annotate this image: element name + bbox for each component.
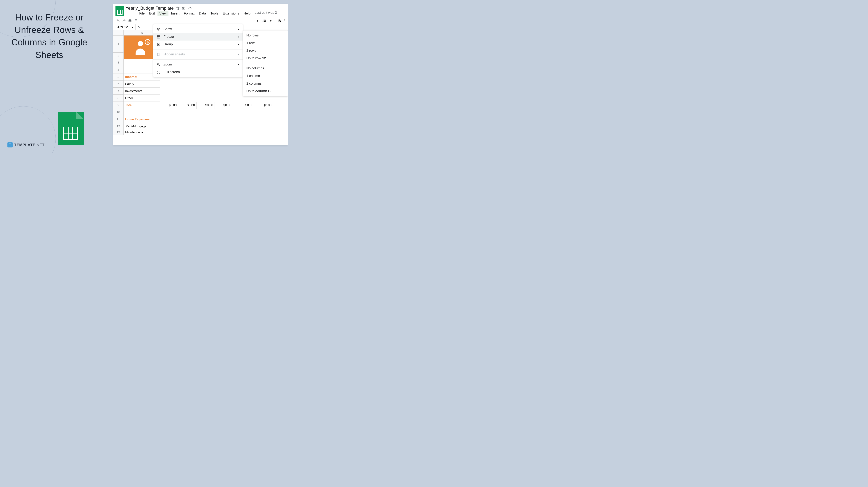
cell[interactable]: $0.00 <box>196 102 215 109</box>
row-header[interactable]: 5 <box>113 73 124 81</box>
menu-help[interactable]: Help <box>242 11 252 16</box>
paint-format-icon[interactable] <box>134 19 138 23</box>
row-header[interactable]: 11 <box>113 116 124 123</box>
cell[interactable]: $0.00 <box>160 102 178 109</box>
select-all-corner[interactable] <box>113 30 124 35</box>
freeze-icon <box>157 35 160 39</box>
document-title[interactable]: Yearly_Budget Template <box>125 6 174 11</box>
fullscreen-icon <box>157 70 160 74</box>
row-header[interactable]: 2 <box>113 53 124 59</box>
template-t-icon: T <box>7 142 13 148</box>
submenu-arrow-icon: ▶ <box>238 53 239 56</box>
submenu-arrow-icon: ▶ <box>238 63 239 66</box>
freeze-1-row[interactable]: 1 row <box>243 39 288 47</box>
bold-button[interactable]: B <box>278 19 281 23</box>
row-header[interactable]: 4 <box>113 66 124 73</box>
cloud-status-icon[interactable] <box>188 6 191 10</box>
view-freeze-item[interactable]: Freeze ▶ <box>153 33 243 40</box>
view-zoom-item[interactable]: Zoom ▶ <box>153 61 243 68</box>
menu-format[interactable]: Format <box>182 11 196 16</box>
name-box[interactable]: B12:C12 ▾ <box>113 24 135 30</box>
cell[interactable]: Salary <box>124 81 160 88</box>
cell[interactable]: Other <box>124 95 160 102</box>
undo-icon[interactable] <box>116 19 120 23</box>
cell[interactable]: Total <box>124 102 160 109</box>
row-header[interactable]: 10 <box>113 109 124 116</box>
zoom-icon <box>157 63 160 66</box>
row-header[interactable]: 9 <box>113 102 124 109</box>
row-header[interactable]: 8 <box>113 95 124 102</box>
submenu-arrow-icon: ▶ <box>238 43 239 46</box>
cell[interactable]: Home Expenses: <box>124 116 160 123</box>
row-header[interactable]: 13 <box>113 130 124 135</box>
toolbar: ▾ 10 ▾ B I <box>113 18 288 24</box>
freeze-2-rows[interactable]: 2 rows <box>243 47 288 55</box>
sheets-app-icon[interactable] <box>116 6 124 16</box>
redo-icon[interactable] <box>122 19 126 23</box>
last-edit-link[interactable]: Last edit was 3 <box>254 11 277 16</box>
view-group-item[interactable]: Group ▶ <box>153 40 243 48</box>
sheets-logo-large <box>58 112 84 145</box>
google-sheets-window: Yearly_Budget Template File Edit View In… <box>113 4 288 145</box>
svg-point-0 <box>158 29 159 30</box>
cell[interactable]: $0.00 <box>178 102 196 109</box>
submenu-arrow-icon: ▶ <box>238 35 239 38</box>
menu-edit[interactable]: Edit <box>147 11 157 16</box>
row-header[interactable]: 3 <box>113 59 124 66</box>
freeze-no-rows[interactable]: No rows <box>243 32 288 39</box>
menu-extensions[interactable]: Extensions <box>221 11 241 16</box>
view-fullscreen-item[interactable]: Full screen <box>153 68 243 76</box>
font-size-value[interactable]: 10 <box>261 19 268 23</box>
row-header[interactable]: 12 <box>113 123 124 130</box>
cell[interactable]: $0.00 <box>255 102 273 109</box>
menu-insert[interactable]: Insert <box>169 11 181 16</box>
freeze-up-to-column[interactable]: Up to column B <box>243 87 288 95</box>
svg-rect-1 <box>157 35 160 38</box>
formula-fx-label: fx <box>135 25 143 29</box>
menu-data[interactable]: Data <box>197 11 208 16</box>
print-icon[interactable] <box>128 19 132 23</box>
cell[interactable]: $0.00 <box>233 102 255 109</box>
freeze-2-columns[interactable]: 2 columns <box>243 80 288 87</box>
italic-button[interactable]: I <box>284 19 285 23</box>
eye-icon <box>157 27 160 31</box>
template-net-logo: T TEMPLATE.NET <box>7 142 44 148</box>
star-icon[interactable] <box>176 6 180 10</box>
row-header[interactable]: 7 <box>113 88 124 95</box>
cell[interactable]: Maintenance <box>124 130 160 135</box>
menu-bar: File Edit View Insert Format Data Tools … <box>125 11 285 16</box>
cell[interactable] <box>124 109 160 116</box>
row-header[interactable]: 6 <box>113 81 124 88</box>
submenu-arrow-icon: ▶ <box>238 28 239 30</box>
svg-rect-4 <box>158 54 160 56</box>
freeze-up-to-row[interactable]: Up to row 12 <box>243 55 288 62</box>
hidden-sheets-icon <box>157 53 160 56</box>
tutorial-title: How to Freeze or Unfreeze Rows & Columns… <box>7 11 91 61</box>
view-hidden-sheets-item: Hidden sheets ▶ <box>153 51 243 58</box>
view-show-item[interactable]: Show ▶ <box>153 25 243 33</box>
svg-rect-3 <box>157 53 159 56</box>
menu-file[interactable]: File <box>137 11 147 16</box>
cell[interactable]: $0.00 <box>215 102 233 109</box>
view-dropdown-menu: Show ▶ Freeze ▶ Group ▶ Hidden sheets ▶ … <box>153 24 243 77</box>
cell[interactable]: Investments <box>124 88 160 95</box>
freeze-no-columns[interactable]: No columns <box>243 64 288 72</box>
menu-tools[interactable]: Tools <box>209 11 220 16</box>
move-folder-icon[interactable] <box>182 6 186 10</box>
freeze-1-column[interactable]: 1 column <box>243 72 288 80</box>
cell-selected[interactable]: Rent/Mortgage <box>124 123 160 130</box>
group-icon <box>157 42 160 46</box>
freeze-submenu: No rows 1 row 2 rows Up to row 12 No col… <box>243 30 288 96</box>
font-size-dropdown-arrow[interactable]: ▾ <box>257 19 258 23</box>
row-header[interactable]: 1 <box>113 35 124 53</box>
font-size-arrow[interactable]: ▾ <box>270 19 272 23</box>
menu-view[interactable]: View <box>157 11 168 16</box>
